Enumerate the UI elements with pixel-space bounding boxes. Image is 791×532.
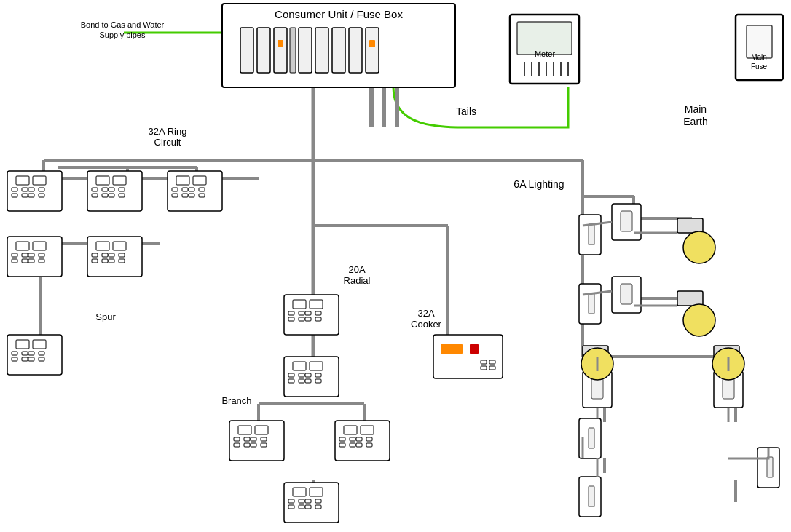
light-switch-2 [612, 277, 641, 313]
svg-rect-136 [234, 443, 240, 447]
svg-rect-126 [299, 379, 304, 383]
svg-text:Circuit: Circuit [154, 137, 181, 148]
svg-rect-42 [16, 176, 29, 185]
svg-rect-50 [28, 194, 34, 197]
svg-rect-2 [240, 28, 253, 73]
socket-radial-1 [284, 295, 339, 335]
svg-rect-99 [12, 352, 17, 355]
svg-rect-9 [332, 28, 345, 73]
socket-ring-1 [7, 171, 62, 211]
svg-rect-122 [299, 373, 304, 377]
svg-text:32A Ring: 32A Ring [149, 126, 187, 137]
svg-rect-163 [441, 344, 463, 354]
svg-rect-134 [251, 437, 256, 441]
svg-rect-158 [288, 505, 294, 509]
svg-rect-44 [12, 188, 17, 191]
svg-rect-144 [350, 437, 355, 441]
svg-rect-92 [92, 259, 98, 263]
svg-rect-133 [244, 437, 250, 441]
svg-rect-104 [22, 357, 28, 361]
svg-rect-108 [293, 300, 306, 309]
svg-rect-72 [189, 194, 194, 197]
svg-rect-157 [315, 499, 321, 503]
svg-rect-53 [96, 176, 109, 185]
svg-rect-194 [767, 457, 773, 477]
svg-rect-112 [305, 311, 311, 315]
svg-rect-83 [28, 259, 34, 263]
svg-rect-166 [489, 360, 495, 364]
svg-rect-186 [589, 224, 594, 245]
socket-ring-5 [87, 237, 142, 277]
socket-ring-4 [7, 237, 62, 277]
svg-point-172 [683, 231, 715, 263]
svg-text:6A Lighting: 6A Lighting [513, 178, 564, 190]
svg-rect-115 [299, 317, 304, 321]
svg-text:Cooker: Cooker [411, 319, 442, 330]
svg-rect-156 [305, 499, 311, 503]
svg-rect-86 [96, 242, 109, 250]
socket-ring-3 [168, 171, 222, 211]
svg-rect-59 [92, 194, 98, 197]
light-switch-1 [612, 204, 641, 240]
svg-rect-150 [366, 443, 372, 447]
socket-spur-1 [7, 335, 62, 375]
svg-rect-100 [22, 352, 28, 355]
svg-rect-109 [310, 300, 323, 309]
svg-text:Fuse: Fuse [751, 63, 768, 71]
svg-rect-154 [288, 499, 294, 503]
svg-rect-88 [92, 253, 98, 257]
svg-rect-54 [113, 176, 126, 185]
svg-rect-56 [102, 188, 108, 191]
svg-rect-89 [102, 253, 108, 257]
svg-rect-65 [193, 176, 206, 185]
svg-rect-143 [339, 437, 345, 441]
svg-rect-175 [677, 291, 703, 306]
svg-rect-73 [199, 194, 205, 197]
lamp-2 [677, 291, 715, 336]
svg-rect-93 [102, 259, 108, 263]
svg-rect-139 [261, 443, 267, 447]
svg-rect-153 [310, 488, 323, 496]
svg-rect-70 [172, 194, 178, 197]
svg-rect-46 [28, 188, 34, 191]
svg-rect-6 [290, 28, 296, 73]
svg-rect-155 [299, 499, 304, 503]
svg-rect-125 [288, 379, 294, 383]
cooker-unit [433, 335, 503, 378]
svg-text:Tails: Tails [456, 106, 476, 117]
svg-rect-168 [489, 366, 495, 370]
svg-rect-152 [293, 488, 306, 496]
svg-text:Earth: Earth [683, 116, 707, 127]
svg-text:Main: Main [685, 103, 707, 115]
svg-rect-146 [366, 437, 372, 441]
svg-rect-64 [176, 176, 189, 185]
svg-rect-128 [315, 379, 321, 383]
svg-rect-69 [199, 188, 205, 191]
svg-rect-90 [109, 253, 114, 257]
svg-rect-76 [33, 242, 46, 250]
svg-rect-4 [274, 28, 287, 73]
svg-rect-45 [22, 188, 28, 191]
svg-rect-130 [238, 426, 251, 434]
svg-rect-131 [255, 426, 268, 434]
svg-rect-114 [288, 317, 294, 321]
svg-text:Spur: Spur [95, 311, 116, 322]
svg-text:Meter: Meter [535, 49, 555, 58]
svg-rect-55 [92, 188, 98, 191]
svg-rect-102 [39, 352, 44, 355]
svg-rect-101 [28, 352, 34, 355]
socket-branch-3 [284, 483, 339, 523]
svg-rect-123 [305, 373, 311, 377]
svg-rect-97 [16, 340, 29, 349]
svg-rect-137 [244, 443, 250, 447]
svg-rect-119 [293, 362, 306, 370]
svg-rect-77 [12, 253, 17, 257]
svg-rect-170 [621, 211, 632, 231]
svg-rect-178 [591, 378, 603, 399]
svg-rect-161 [315, 505, 321, 509]
svg-rect-68 [189, 188, 194, 191]
svg-rect-67 [182, 188, 188, 191]
svg-rect-95 [119, 259, 125, 263]
svg-rect-48 [12, 194, 17, 197]
svg-rect-57 [109, 188, 114, 191]
